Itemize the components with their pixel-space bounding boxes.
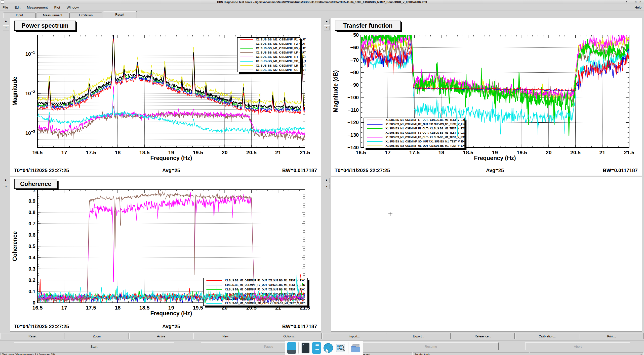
- reset-button[interactable]: Reset: [1, 333, 64, 339]
- pane-expand-right-button[interactable]: ▶: [324, 19, 330, 24]
- pane-expand-right-button[interactable]: ▶: [3, 178, 9, 183]
- browser-globe-icon[interactable]: [323, 342, 333, 354]
- import-button[interactable]: Import...: [322, 333, 386, 339]
- empty-plot-panel: ▶ ▲: [323, 177, 642, 332]
- svg-text:21: 21: [599, 149, 606, 155]
- svg-text:18: 18: [438, 149, 445, 155]
- menu-help[interactable]: Help: [634, 6, 641, 9]
- minimize-button[interactable]: –: [630, 1, 632, 3]
- start-button[interactable]: Start: [14, 342, 174, 350]
- menu-plot[interactable]: Plot: [54, 6, 60, 9]
- tab-bar: Input Measurement Excitation Result: [0, 11, 644, 18]
- maximize-button[interactable]: □: [635, 1, 636, 3]
- window-switcher-icon[interactable]: [287, 342, 296, 354]
- svg-text:−70: −70: [350, 57, 359, 63]
- pane-controls: ▶ ▲: [2, 177, 10, 332]
- power-spectrum-chart[interactable]: 16.51717.51818.51919.52020.52121.510−310…: [10, 18, 321, 176]
- coherence-chart[interactable]: 16.51717.51818.51919.52020.52121.510.90.…: [10, 177, 321, 331]
- svg-text:20.5: 20.5: [246, 149, 257, 155]
- svg-text:16.5: 16.5: [32, 305, 43, 311]
- svg-text:Magnitude: Magnitude: [12, 77, 18, 106]
- svg-text:16.5: 16.5: [32, 149, 43, 155]
- menu-file[interactable]: File: [3, 6, 8, 9]
- transfer-function-canvas: 16.51717.51818.51919.52020.52121.5−50−60…: [331, 18, 642, 176]
- svg-text:0: 0: [33, 300, 35, 306]
- search-icon[interactable]: [336, 342, 346, 354]
- new-button[interactable]: New: [193, 333, 257, 339]
- print-button[interactable]: Print...: [580, 333, 643, 339]
- tab-excitation[interactable]: Excitation: [69, 13, 102, 18]
- export-button[interactable]: Export...: [387, 333, 451, 339]
- tab-result[interactable]: Result: [103, 11, 137, 18]
- resize-grip[interactable]: [639, 354, 643, 355]
- svg-text:21.5: 21.5: [624, 149, 634, 155]
- svg-text:Coherence: Coherence: [12, 231, 18, 261]
- svg-text:Frequency (Hz): Frequency (Hz): [150, 155, 192, 161]
- svg-text:Transfer function: Transfer function: [343, 22, 392, 29]
- svg-text:20: 20: [546, 149, 551, 155]
- status-spacer: [530, 352, 643, 355]
- coherence-canvas: 16.51717.51818.51919.52020.52121.510.90.…: [10, 177, 321, 332]
- svg-text:Power spectrum: Power spectrum: [22, 22, 69, 29]
- file-cabinet-icon[interactable]: [312, 342, 321, 354]
- svg-text:Avg=25: Avg=25: [162, 324, 180, 329]
- pane-expand-up-button[interactable]: ▲: [324, 25, 330, 30]
- titlebar: CDS Diagnostic Test Tools - /ligo/svncom…: [0, 0, 644, 4]
- pane-expand-up-button[interactable]: ▲: [3, 184, 9, 189]
- svg-text:19.5: 19.5: [193, 305, 203, 311]
- tab-input[interactable]: Input: [3, 13, 36, 18]
- svg-text:18.5: 18.5: [139, 149, 150, 155]
- svg-text:19: 19: [492, 149, 498, 155]
- svg-text:16.5: 16.5: [356, 149, 366, 155]
- menu-edit[interactable]: Edit: [15, 6, 20, 9]
- svg-text:BW=0.0117187: BW=0.0117187: [282, 168, 317, 173]
- shade-button[interactable]: ∧: [626, 1, 627, 3]
- coherence-panel: ▶ ▲ 16.51717.51818.51919.52020.52121.510…: [2, 177, 321, 332]
- menu-window[interactable]: Window: [67, 6, 79, 9]
- terminal-icon[interactable]: >_: [301, 342, 310, 353]
- svg-text:X1:SUS-BS_M1_OSEMINF_F1_OUT /: X1:SUS-BS_M1_OSEMINF_F1_OUT / X1:SUS-BS_…: [386, 127, 466, 130]
- svg-text:−90: −90: [350, 82, 359, 88]
- zoom-button[interactable]: Zoom: [65, 333, 129, 339]
- window-title: CDS Diagnostic Test Tools - /ligo/svncom…: [0, 1, 644, 4]
- pane-expand-right-button[interactable]: ▶: [3, 19, 9, 24]
- reference-button[interactable]: Reference...: [451, 333, 515, 339]
- svg-text:Avg=25: Avg=25: [162, 168, 180, 173]
- svg-text:Frequency (Hz): Frequency (Hz): [474, 155, 516, 161]
- transfer-function-chart[interactable]: 16.51717.51818.51919.52020.52121.5−50−60…: [331, 18, 642, 176]
- svg-text:0.1: 0.1: [28, 289, 35, 294]
- window-controls: ∧ – □ ✕: [626, 1, 644, 3]
- svg-text:21.5: 21.5: [300, 149, 310, 155]
- close-button[interactable]: ✕: [639, 1, 641, 3]
- svg-text:0.4: 0.4: [28, 255, 35, 260]
- svg-text:18.5: 18.5: [139, 305, 150, 311]
- app-window: CDS Diagnostic Test Tools - /ligo/svncom…: [0, 0, 644, 355]
- svg-text:0.9: 0.9: [28, 198, 35, 204]
- power-spectrum-canvas: 16.51717.51818.51919.52020.52121.510−310…: [10, 18, 321, 176]
- svg-text:19: 19: [168, 305, 174, 311]
- options-button[interactable]: Options...: [258, 333, 322, 339]
- menu-measurement[interactable]: Measurement: [27, 6, 48, 9]
- empty-plot-canvas[interactable]: [331, 177, 642, 332]
- calibration-button[interactable]: Calibration...: [515, 333, 579, 339]
- svg-text:19.5: 19.5: [193, 149, 203, 155]
- svg-text:18: 18: [115, 305, 121, 311]
- pane-expand-up-button[interactable]: ▲: [324, 184, 330, 189]
- svg-text:18.5: 18.5: [463, 149, 473, 155]
- pane-expand-up-button[interactable]: ▲: [3, 25, 9, 30]
- svg-text:X1:SUS-BS_M1_OSEMINF_F3_OUT /: X1:SUS-BS_M1_OSEMINF_F3_OUT / X1:SUS-BS_…: [386, 136, 466, 139]
- svg-text:−80: −80: [350, 70, 359, 75]
- tab-measurement[interactable]: Measurement: [36, 13, 69, 18]
- active-button[interactable]: Active: [129, 333, 193, 339]
- svg-text:X1:SUS-BS_M1_OSEMINF_LF_OUT: X1:SUS-BS_M1_OSEMINF_LF_OUT: [256, 51, 306, 54]
- pane-expand-right-button[interactable]: ▶: [324, 178, 330, 183]
- svg-text:X1:SUS-BS_M2_OSEMINF_UL_OUT /: X1:SUS-BS_M2_OSEMINF_UL_OUT / X1:SUS-BS_…: [386, 144, 466, 147]
- svg-text:0.2: 0.2: [28, 277, 35, 283]
- svg-text:−100: −100: [347, 95, 359, 100]
- resume-button: Resume: [363, 342, 499, 350]
- svg-text:17.5: 17.5: [86, 305, 96, 311]
- svg-text:20.5: 20.5: [570, 149, 581, 155]
- svg-text:−130: −130: [347, 132, 359, 138]
- folder-icon[interactable]: [351, 342, 361, 354]
- svg-text:X1:SUS-BS_M1_OSEMINF_F3_OUT: X1:SUS-BS_M1_OSEMINF_F3_OUT: [256, 46, 306, 50]
